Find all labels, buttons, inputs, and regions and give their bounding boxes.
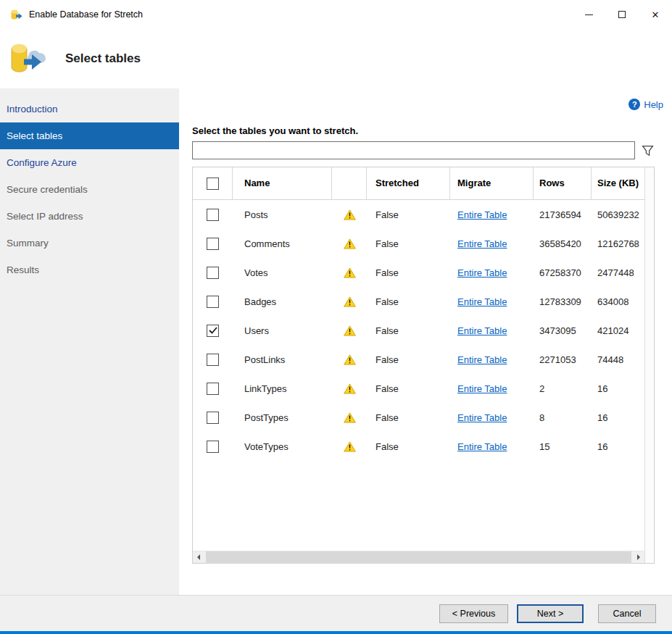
table-row[interactable]: Posts False Entire Table 21736594 506392… <box>193 200 644 229</box>
warning-icon <box>344 209 356 220</box>
sidebar-item-introduction[interactable]: Introduction <box>0 96 179 122</box>
table-row[interactable]: PostTypes False Entire Table 8 16 <box>193 403 644 432</box>
cell-stretched: False <box>367 403 450 432</box>
horizontal-scrollbar[interactable] <box>193 551 644 563</box>
table-row[interactable]: Comments False Entire Table 36585420 121… <box>193 229 644 258</box>
page-title: Select tables <box>65 51 141 66</box>
header-size[interactable]: Size (KB) <box>592 167 644 199</box>
scroll-right-arrow[interactable] <box>633 551 644 564</box>
row-checkbox[interactable] <box>207 383 219 395</box>
table-row[interactable]: LinkTypes False Entire Table 2 16 <box>193 374 644 403</box>
migrate-link[interactable]: Entire Table <box>457 412 507 423</box>
next-button[interactable]: Next > <box>517 604 584 623</box>
sidebar-item-select-tables[interactable]: Select tables <box>0 122 179 149</box>
cell-warning <box>332 374 367 403</box>
cell-rows: 15 <box>534 432 592 461</box>
sidebar-item-summary[interactable]: Summary <box>0 230 179 256</box>
cell-warning <box>332 316 367 345</box>
filter-row <box>192 141 655 159</box>
migrate-link[interactable]: Entire Table <box>457 325 507 336</box>
scrollbar-track[interactable] <box>204 551 633 564</box>
previous-button[interactable]: < Previous <box>439 604 508 623</box>
cell-table-name: PostTypes <box>233 403 332 432</box>
migrate-link[interactable]: Entire Table <box>457 296 507 307</box>
cell-rows: 2 <box>534 374 592 403</box>
warning-icon <box>344 412 356 423</box>
table-row[interactable]: Users False Entire Table 3473095 421024 <box>193 316 644 345</box>
sidebar-item-select-ip-address[interactable]: Select IP address <box>0 203 179 230</box>
table-header-row: Name Stretched Migrate Rows Size (KB) <box>193 167 644 200</box>
sidebar-item-secure-credentials[interactable]: Secure credentials <box>0 176 179 203</box>
cell-stretched: False <box>367 432 450 461</box>
row-checkbox[interactable] <box>207 325 219 337</box>
help-icon: ? <box>629 99 640 110</box>
cell-warning <box>332 287 367 316</box>
close-button[interactable]: ✕ <box>639 0 672 29</box>
warning-icon <box>344 383 356 394</box>
migrate-link[interactable]: Entire Table <box>457 267 507 278</box>
warning-icon <box>344 354 356 365</box>
cell-table-name: Badges <box>233 287 332 316</box>
row-checkbox-cell <box>193 403 233 432</box>
minimize-button[interactable] <box>572 0 605 29</box>
vertical-scrollbar[interactable] <box>644 167 654 563</box>
wizard-window: Enable Database for Stretch ✕ Select tab… <box>0 0 672 634</box>
cell-table-name: LinkTypes <box>233 374 332 403</box>
window-title: Enable Database for Stretch <box>29 9 143 20</box>
tables-grid: Name Stretched Migrate Rows Size (KB) Po… <box>192 167 655 564</box>
cell-size: 50639232 <box>592 200 644 229</box>
migrate-link[interactable]: Entire Table <box>457 238 507 249</box>
warning-icon <box>344 267 356 278</box>
select-all-checkbox[interactable] <box>207 178 219 190</box>
cell-migrate: Entire Table <box>450 258 534 287</box>
migrate-link[interactable]: Entire Table <box>457 383 507 394</box>
main-area: IntroductionSelect tablesConfigure Azure… <box>0 88 672 595</box>
table-row[interactable]: VoteTypes False Entire Table 15 16 <box>193 432 644 461</box>
cell-migrate: Entire Table <box>450 316 534 345</box>
filter-icon[interactable] <box>642 145 655 157</box>
table-main: Name Stretched Migrate Rows Size (KB) Po… <box>193 167 644 563</box>
table-row[interactable]: Votes False Entire Table 67258370 247744… <box>193 258 644 287</box>
cell-rows: 2271053 <box>534 345 592 374</box>
scroll-left-arrow[interactable] <box>193 551 204 564</box>
cell-rows: 67258370 <box>534 258 592 287</box>
cell-warning <box>332 345 367 374</box>
warning-icon <box>344 441 356 452</box>
warning-icon <box>344 296 356 307</box>
cell-size: 16 <box>592 374 644 403</box>
row-checkbox-cell <box>193 287 233 316</box>
cancel-button[interactable]: Cancel <box>598 604 656 623</box>
sidebar-item-results[interactable]: Results <box>0 256 179 283</box>
row-checkbox[interactable] <box>207 267 219 279</box>
row-checkbox[interactable] <box>207 412 219 424</box>
cell-rows: 8 <box>534 403 592 432</box>
row-checkbox[interactable] <box>207 238 219 250</box>
cell-warning <box>332 258 367 287</box>
row-checkbox[interactable] <box>207 296 219 308</box>
row-checkbox[interactable] <box>207 354 219 366</box>
scrollbar-thumb[interactable] <box>206 551 631 564</box>
header-migrate[interactable]: Migrate <box>450 167 534 199</box>
help-link[interactable]: Help <box>644 99 663 110</box>
table-filter-input[interactable] <box>192 141 635 159</box>
table-row[interactable]: PostLinks False Entire Table 2271053 744… <box>193 345 644 374</box>
migrate-link[interactable]: Entire Table <box>457 354 507 365</box>
cell-size: 16 <box>592 432 644 461</box>
table-row[interactable]: Badges False Entire Table 12783309 63400… <box>193 287 644 316</box>
header-stretched[interactable]: Stretched <box>367 167 450 199</box>
row-checkbox[interactable] <box>207 209 219 221</box>
sidebar-item-configure-azure[interactable]: Configure Azure <box>0 149 179 176</box>
cell-migrate: Entire Table <box>450 432 534 461</box>
migrate-link[interactable]: Entire Table <box>457 441 507 452</box>
migrate-link[interactable]: Entire Table <box>457 209 507 220</box>
header-checkbox-cell <box>193 167 233 199</box>
instruction-label: Select the tables you want to stretch. <box>192 125 655 136</box>
maximize-button[interactable] <box>605 0 639 29</box>
header-rows[interactable]: Rows <box>534 167 592 199</box>
row-checkbox[interactable] <box>207 441 219 453</box>
row-checkbox-cell <box>193 316 233 345</box>
header-name[interactable]: Name <box>233 167 332 199</box>
cell-migrate: Entire Table <box>450 200 534 229</box>
cell-table-name: VoteTypes <box>233 432 332 461</box>
footer-bar: < Previous Next > Cancel <box>0 595 672 631</box>
